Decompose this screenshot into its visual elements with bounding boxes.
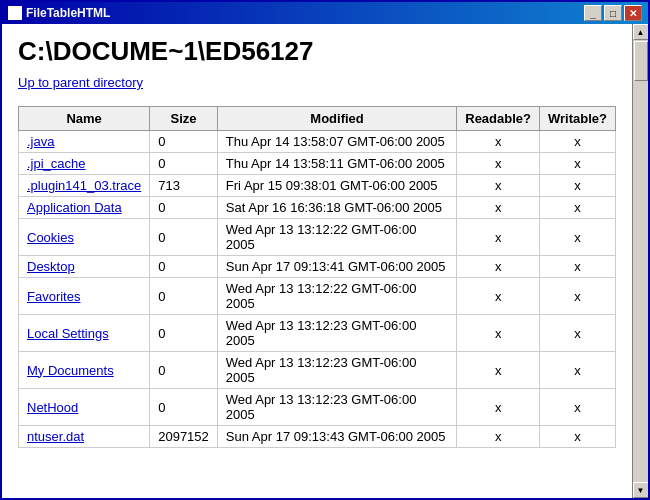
file-size-cell: 2097152 — [150, 426, 218, 448]
table-row: .java0Thu Apr 14 13:58:07 GMT-06:00 2005… — [19, 131, 616, 153]
file-modified-cell: Thu Apr 14 13:58:11 GMT-06:00 2005 — [217, 153, 456, 175]
maximize-button[interactable]: □ — [604, 5, 622, 21]
main-content: C:\DOCUME~1\ED56127 Up to parent directo… — [2, 24, 632, 498]
window-title: FileTableHTML — [26, 6, 110, 20]
col-name: Name — [19, 107, 150, 131]
file-readable-cell: x — [457, 352, 540, 389]
file-readable-cell: x — [457, 153, 540, 175]
table-row: My Documents0Wed Apr 13 13:12:23 GMT-06:… — [19, 352, 616, 389]
file-writable-cell: x — [540, 219, 616, 256]
table-row: Cookies0Wed Apr 13 13:12:22 GMT-06:00 20… — [19, 219, 616, 256]
table-row: Application Data0Sat Apr 16 16:36:18 GMT… — [19, 197, 616, 219]
file-readable-cell: x — [457, 256, 540, 278]
file-size-cell: 713 — [150, 175, 218, 197]
scroll-up-button[interactable]: ▲ — [633, 24, 649, 40]
file-writable-cell: x — [540, 175, 616, 197]
table-header-row: Name Size Modified Readable? Writable? — [19, 107, 616, 131]
file-name-cell[interactable]: Local Settings — [19, 315, 150, 352]
content-area: C:\DOCUME~1\ED56127 Up to parent directo… — [2, 24, 648, 498]
file-name-cell[interactable]: .plugin141_03.trace — [19, 175, 150, 197]
file-size-cell: 0 — [150, 256, 218, 278]
file-name-cell[interactable]: My Documents — [19, 352, 150, 389]
file-writable-cell: x — [540, 426, 616, 448]
file-name-cell[interactable]: ntuser.dat — [19, 426, 150, 448]
table-row: Favorites0Wed Apr 13 13:12:22 GMT-06:00 … — [19, 278, 616, 315]
file-writable-cell: x — [540, 256, 616, 278]
file-modified-cell: Wed Apr 13 13:12:23 GMT-06:00 2005 — [217, 315, 456, 352]
file-name-cell[interactable]: Cookies — [19, 219, 150, 256]
file-readable-cell: x — [457, 389, 540, 426]
file-writable-cell: x — [540, 315, 616, 352]
file-writable-cell: x — [540, 131, 616, 153]
table-row: Desktop0Sun Apr 17 09:13:41 GMT-06:00 20… — [19, 256, 616, 278]
file-modified-cell: Thu Apr 14 13:58:07 GMT-06:00 2005 — [217, 131, 456, 153]
scroll-thumb[interactable] — [634, 41, 648, 81]
file-size-cell: 0 — [150, 352, 218, 389]
file-size-cell: 0 — [150, 389, 218, 426]
file-size-cell: 0 — [150, 131, 218, 153]
file-size-cell: 0 — [150, 197, 218, 219]
file-readable-cell: x — [457, 175, 540, 197]
file-name-cell[interactable]: Application Data — [19, 197, 150, 219]
file-readable-cell: x — [457, 131, 540, 153]
scroll-down-button[interactable]: ▼ — [633, 482, 649, 498]
file-modified-cell: Sun Apr 17 09:13:41 GMT-06:00 2005 — [217, 256, 456, 278]
scroll-track — [633, 40, 648, 482]
file-modified-cell: Wed Apr 13 13:12:23 GMT-06:00 2005 — [217, 389, 456, 426]
file-name-cell[interactable]: Desktop — [19, 256, 150, 278]
file-modified-cell: Fri Apr 15 09:38:01 GMT-06:00 2005 — [217, 175, 456, 197]
table-row: .plugin141_03.trace713Fri Apr 15 09:38:0… — [19, 175, 616, 197]
scrollbar: ▲ ▼ — [632, 24, 648, 498]
main-window: 🗒 FileTableHTML _ □ ✕ C:\DOCUME~1\ED5612… — [0, 0, 650, 500]
table-row: .jpi_cache0Thu Apr 14 13:58:11 GMT-06:00… — [19, 153, 616, 175]
table-row: NetHood0Wed Apr 13 13:12:23 GMT-06:00 20… — [19, 389, 616, 426]
file-readable-cell: x — [457, 278, 540, 315]
file-table: Name Size Modified Readable? Writable? .… — [18, 106, 616, 448]
file-readable-cell: x — [457, 197, 540, 219]
file-size-cell: 0 — [150, 219, 218, 256]
file-name-cell[interactable]: .java — [19, 131, 150, 153]
table-row: ntuser.dat2097152Sun Apr 17 09:13:43 GMT… — [19, 426, 616, 448]
col-writable: Writable? — [540, 107, 616, 131]
file-modified-cell: Sat Apr 16 16:36:18 GMT-06:00 2005 — [217, 197, 456, 219]
file-size-cell: 0 — [150, 153, 218, 175]
col-readable: Readable? — [457, 107, 540, 131]
parent-directory-link[interactable]: Up to parent directory — [18, 75, 616, 90]
table-row: Local Settings0Wed Apr 13 13:12:23 GMT-0… — [19, 315, 616, 352]
file-modified-cell: Sun Apr 17 09:13:43 GMT-06:00 2005 — [217, 426, 456, 448]
col-modified: Modified — [217, 107, 456, 131]
file-modified-cell: Wed Apr 13 13:12:22 GMT-06:00 2005 — [217, 278, 456, 315]
col-size: Size — [150, 107, 218, 131]
file-size-cell: 0 — [150, 315, 218, 352]
close-button[interactable]: ✕ — [624, 5, 642, 21]
app-icon: 🗒 — [8, 6, 22, 20]
directory-title: C:\DOCUME~1\ED56127 — [18, 36, 616, 67]
title-bar-left: 🗒 FileTableHTML — [8, 6, 110, 20]
file-writable-cell: x — [540, 278, 616, 315]
file-writable-cell: x — [540, 352, 616, 389]
file-writable-cell: x — [540, 197, 616, 219]
file-writable-cell: x — [540, 389, 616, 426]
file-name-cell[interactable]: .jpi_cache — [19, 153, 150, 175]
file-readable-cell: x — [457, 315, 540, 352]
file-writable-cell: x — [540, 153, 616, 175]
file-readable-cell: x — [457, 219, 540, 256]
file-name-cell[interactable]: Favorites — [19, 278, 150, 315]
file-readable-cell: x — [457, 426, 540, 448]
file-size-cell: 0 — [150, 278, 218, 315]
file-modified-cell: Wed Apr 13 13:12:23 GMT-06:00 2005 — [217, 352, 456, 389]
file-modified-cell: Wed Apr 13 13:12:22 GMT-06:00 2005 — [217, 219, 456, 256]
title-bar: 🗒 FileTableHTML _ □ ✕ — [2, 2, 648, 24]
file-name-cell[interactable]: NetHood — [19, 389, 150, 426]
title-buttons: _ □ ✕ — [584, 5, 642, 21]
minimize-button[interactable]: _ — [584, 5, 602, 21]
